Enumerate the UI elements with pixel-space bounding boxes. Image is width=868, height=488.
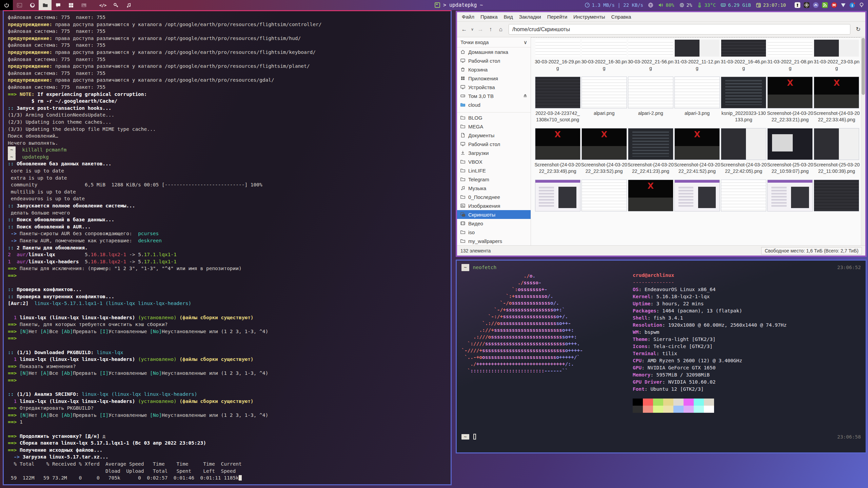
file-item[interactable]: 2022-03-24-223742_1308x710_scrot.png: [534, 77, 581, 123]
file-item[interactable]: [721, 180, 767, 211]
file-item[interactable]: [534, 180, 581, 211]
folder-icon: [460, 194, 466, 200]
file-item[interactable]: Screenshot-(24-03-2022_22:41:52).png: [674, 128, 720, 175]
chat-icon[interactable]: [52, 0, 64, 10]
terminal-line: Поиск обновлений…: [8, 133, 447, 140]
sidebar-item-Загрузки[interactable]: Загрузки: [457, 148, 531, 157]
sidebar-item-Корзина[interactable]: Корзина: [457, 65, 531, 74]
file-item[interactable]: 31-03-2022_11-12.png: [674, 40, 720, 72]
history-dropdown-icon[interactable]: ∨: [470, 24, 475, 35]
sidebar-item-Домашняя папка[interactable]: Домашняя папка: [457, 47, 531, 56]
back-button[interactable]: ←: [460, 24, 469, 35]
file-item[interactable]: Screenshot-(25-03-2022_11:00:39).png: [813, 128, 860, 175]
file-item[interactable]: Screenshot-(24-03-2022_22:33:49).png: [534, 128, 581, 175]
sidebar-item-Рабочий стол[interactable]: Рабочий стол: [457, 56, 531, 65]
file-item[interactable]: [767, 180, 813, 211]
sidebar-item-BLOG[interactable]: BLOG: [457, 113, 531, 122]
forward-button[interactable]: →: [476, 24, 485, 35]
sidebar-item-Документы[interactable]: Документы: [457, 131, 531, 140]
sidebar-item-Музыка[interactable]: Музыка: [457, 184, 531, 192]
file-item[interactable]: 30-03-2022_16-29.png: [534, 40, 581, 72]
path-bar[interactable]: /home/crud/Скриншоты: [509, 24, 850, 35]
file-item[interactable]: Screenshot-(24-03-2022_22:33:52).png: [581, 128, 627, 175]
files-icon[interactable]: [39, 0, 52, 10]
wifi-icon[interactable]: [840, 2, 846, 8]
file-item[interactable]: 31-03-2022_16-46.png: [721, 40, 767, 72]
file-item[interactable]: Screenshot-(25-03-2022_10:59:07).png: [767, 128, 813, 175]
sidebar-item-Telegram[interactable]: Telegram: [457, 175, 531, 184]
sidebar-item-Устройства[interactable]: Устройства: [457, 83, 531, 92]
sidebar-item-Скриншоты[interactable]: Скриншоты: [457, 210, 531, 219]
music-icon[interactable]: [122, 0, 135, 10]
file-item[interactable]: Screenshot-(24-03-2022_22:42:05).png: [721, 128, 767, 175]
up-button[interactable]: ↑: [486, 24, 495, 35]
sidebar-item-my_wallpapers[interactable]: my_wallpapers: [457, 237, 531, 245]
file-item[interactable]: alpari-2.png: [627, 77, 674, 123]
focused-window-title[interactable]: > updatepkg ~: [435, 0, 483, 10]
file-item[interactable]: Screenshot-(24-03-2022_22:41:23).png: [627, 128, 674, 175]
scrollbar-handle[interactable]: [862, 38, 865, 95]
sidebar-mode-select[interactable]: Точки входа ∨: [457, 37, 531, 47]
mega-icon[interactable]: [812, 2, 819, 8]
file-item[interactable]: [581, 180, 627, 211]
m-badge-icon[interactable]: M: [831, 2, 837, 8]
menu-tools[interactable]: Инструменты: [571, 13, 608, 20]
diamond-icon[interactable]: [803, 2, 810, 8]
reload-button[interactable]: ↻: [854, 24, 863, 35]
sidebar-item-Рабочий стол[interactable]: Рабочий стол: [457, 140, 531, 148]
terminal-icon[interactable]: [13, 0, 26, 10]
windows-icon[interactable]: [64, 0, 77, 10]
home-button[interactable]: ⌂: [496, 24, 505, 35]
eject-icon[interactable]: [522, 93, 528, 99]
file-item[interactable]: 31-03-2022_23-03.png: [813, 40, 860, 72]
sidebar-item-MEGA[interactable]: MEGA: [457, 122, 531, 131]
sidebar-item-LinLIFE[interactable]: LinLIFE: [457, 166, 531, 175]
code-icon[interactable]: </>: [96, 0, 109, 10]
menu-edit[interactable]: Правка: [478, 13, 500, 20]
file-item[interactable]: 30-03-2022_16-30.png: [581, 40, 627, 72]
file-pane-scrollbar[interactable]: [861, 37, 865, 245]
sidebar-item-iso[interactable]: iso: [457, 228, 531, 237]
file-thumbnail: [814, 77, 859, 108]
key-icon[interactable]: [109, 0, 122, 10]
sidebar-item-VBOX[interactable]: VBOX: [457, 157, 531, 166]
keyhole-icon[interactable]: [794, 2, 801, 8]
menu-go[interactable]: Перейти: [545, 13, 570, 20]
file-item[interactable]: alpari.png: [581, 77, 627, 123]
file-thumbnail: [582, 180, 627, 211]
volume-indicator[interactable]: 80%: [658, 2, 674, 8]
rss-icon[interactable]: [822, 2, 828, 8]
sidebar-item-label: my_wallpapers: [468, 238, 502, 244]
clock-indicator[interactable]: 23:07:10: [756, 2, 786, 8]
menu-bookmarks[interactable]: Закладки: [516, 13, 544, 20]
update-terminal-window[interactable]: файловая система: 775 пакет: 755предупре…: [3, 10, 452, 485]
file-item[interactable]: Screenshot-(24-03-2022_22:33:21).png: [767, 77, 813, 123]
terminal-line: :: Обновление баз данных пакетов...: [8, 160, 447, 167]
neofetch-terminal-window[interactable]: ~ neofetch 23:06:52 ./o. ./sssso- `:osss…: [456, 260, 867, 453]
sidebar-item-Том 3,0 TB[interactable]: Том 3,0 TB: [457, 92, 531, 100]
folder-icon: [460, 229, 466, 235]
sidebar-item-Видео[interactable]: Видео: [457, 219, 531, 228]
file-item[interactable]: 31-03-2022_21-08.png: [767, 40, 813, 72]
firefox-icon[interactable]: [26, 0, 39, 10]
info-icon[interactable]: i: [849, 2, 855, 8]
sidebar-item-Приложения[interactable]: Приложения: [457, 74, 531, 83]
file-item[interactable]: [627, 180, 674, 211]
file-item[interactable]: ksnip_20220323-130133.png: [721, 77, 767, 123]
file-thumbnail: [628, 77, 673, 108]
file-item[interactable]: alpari-3.png: [674, 77, 720, 123]
menu-file[interactable]: Файл: [459, 13, 477, 20]
file-item[interactable]: [813, 180, 860, 211]
terminal-line: [8, 279, 447, 286]
sidebar-item-Изображения[interactable]: Изображения: [457, 201, 531, 210]
file-item[interactable]: [674, 180, 720, 211]
sidebar-item-cloud[interactable]: cloud: [457, 100, 531, 109]
menu-view[interactable]: Вид: [501, 13, 516, 20]
menu-help[interactable]: Справка: [609, 13, 634, 20]
file-item[interactable]: 30-03-2022_21-56.png: [627, 40, 674, 72]
file-item[interactable]: Screenshot-(24-03-2022_22:33:46).png: [813, 77, 860, 123]
power-icon[interactable]: [0, 0, 13, 10]
sidebar-item-0_Последнее[interactable]: 0_Последнее: [457, 192, 531, 201]
bulb-icon[interactable]: [858, 2, 865, 8]
gallery-icon[interactable]: [77, 0, 90, 10]
